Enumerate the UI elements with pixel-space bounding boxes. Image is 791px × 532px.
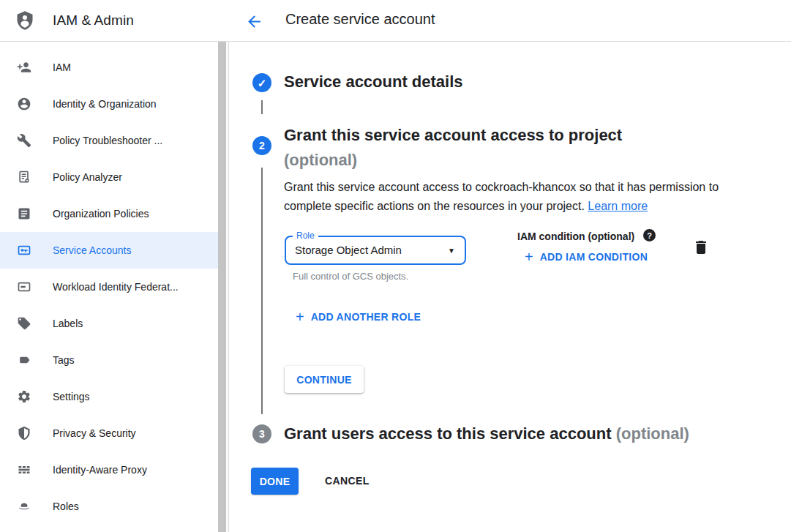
step1-title[interactable]: Service account details	[284, 72, 463, 91]
sidebar-item-organization-policies[interactable]: Organization Policies	[0, 195, 228, 232]
sidebar-item-label: Organization Policies	[53, 208, 149, 220]
step1-complete-icon: ✓	[252, 73, 271, 92]
page-title: Create service account	[285, 11, 435, 28]
article-icon	[17, 206, 31, 221]
sidebar-item-label: Policy Analyzer	[53, 171, 122, 183]
help-glyph: ?	[647, 231, 652, 240]
sidebar-item-service-accounts[interactable]: Service Accounts	[0, 232, 228, 269]
top-header: IAM & Admin Create service account	[0, 0, 791, 42]
add-iam-condition-label: ADD IAM CONDITION	[540, 251, 648, 263]
grant-access-description: Grant this service account access to coc…	[284, 178, 730, 216]
sidebar-scrollbar	[218, 42, 228, 532]
plus-icon: +	[525, 250, 533, 264]
delete-role-button[interactable]	[692, 239, 710, 256]
check-icon: ✓	[258, 78, 267, 89]
sidebar-item-label: Roles	[53, 501, 79, 512]
card-icon	[17, 280, 31, 294]
iam-admin-page: IAM & Admin Create service account IAM I…	[0, 0, 791, 532]
add-another-role-button[interactable]: + ADD ANOTHER ROLE	[296, 310, 421, 324]
back-button[interactable]	[243, 10, 265, 32]
step2-title[interactable]: Grant this service account access to pro…	[284, 123, 622, 173]
label-tag-icon	[17, 316, 31, 331]
sidebar-item-policy-troubleshooter[interactable]: Policy Troubleshooter ...	[0, 122, 228, 159]
sidebar-item-settings[interactable]: Settings	[0, 378, 228, 415]
sidebar-item-identity-organization[interactable]: Identity & Organization	[0, 86, 228, 122]
product-title: IAM & Admin	[53, 12, 134, 29]
add-iam-condition-button[interactable]: + ADD IAM CONDITION	[525, 250, 648, 264]
sidebar-item-label: Identity & Organization	[53, 98, 157, 110]
stepper-connector-1	[261, 100, 263, 114]
chevron-down-icon: ▼	[448, 247, 455, 255]
account-circle-icon	[17, 97, 31, 111]
tag-arrow-icon	[17, 353, 31, 367]
policy-analyzer-icon	[17, 170, 31, 184]
step3-title[interactable]: Grant users access to this service accou…	[284, 424, 689, 443]
plus-icon: +	[296, 310, 304, 324]
product-brand: IAM & Admin	[0, 0, 229, 41]
step2-optional-label: (optional)	[284, 148, 622, 173]
sidebar-item-workload-identity-federation[interactable]: Workload Identity Federat...	[0, 269, 228, 305]
sidebar-item-iam[interactable]: IAM	[0, 49, 228, 86]
step3-number: 3	[259, 428, 265, 440]
iam-condition-label: IAM condition (optional)	[517, 231, 634, 242]
step3-number-badge: 3	[252, 424, 271, 443]
hat-icon	[17, 499, 31, 514]
sidebar-item-label: Identity-Aware Proxy	[53, 464, 147, 476]
iam-shield-person-icon	[15, 9, 35, 32]
sidebar-item-label: Labels	[53, 318, 83, 329]
role-helper-text: Full control of GCS objects.	[293, 271, 408, 282]
sidebar-item-label: Tags	[53, 354, 75, 366]
sidebar-scrollbar-thumb[interactable]	[218, 42, 226, 532]
person-add-icon	[17, 60, 31, 75]
sidebar-item-tags[interactable]: Tags	[0, 342, 228, 378]
sidebar-item-roles[interactable]: Roles	[0, 488, 228, 525]
add-another-role-label: ADD ANOTHER ROLE	[311, 311, 421, 323]
sidebar-item-policy-analyzer[interactable]: Policy Analyzer	[0, 159, 228, 195]
continue-button[interactable]: CONTINUE	[285, 366, 364, 393]
shield-icon	[17, 426, 31, 441]
step3-optional-label: (optional)	[616, 424, 689, 443]
trash-icon	[692, 239, 710, 256]
sidebar-item-label: Service Accounts	[53, 244, 131, 256]
stepper-connector-2	[261, 168, 263, 414]
done-button[interactable]: DONE	[251, 468, 299, 495]
sidebar-item-labels[interactable]: Labels	[0, 305, 228, 342]
sidebar-nav: IAM Identity & Organization Policy Troub…	[0, 42, 229, 532]
sidebar-item-label: Privacy & Security	[53, 427, 136, 439]
step2-title-text: Grant this service account access to pro…	[284, 123, 622, 148]
proxy-grid-icon	[17, 462, 31, 477]
sidebar-item-label: Workload Identity Federat...	[53, 281, 179, 293]
sidebar-item-privacy-security[interactable]: Privacy & Security	[0, 415, 228, 452]
sidebar-item-label: IAM	[53, 61, 71, 73]
service-account-icon	[17, 243, 31, 258]
step3-title-text: Grant users access to this service accou…	[284, 424, 612, 443]
cancel-button[interactable]: CANCEL	[325, 475, 370, 487]
gear-icon	[17, 389, 31, 404]
role-select[interactable]: Role Storage Object Admin ▼	[285, 236, 466, 265]
sidebar-item-label: Settings	[53, 391, 90, 402]
step2-number: 2	[259, 140, 265, 151]
description-text: Grant this service account access to coc…	[284, 181, 719, 212]
step2-number-badge: 2	[252, 136, 271, 155]
learn-more-link[interactable]: Learn more	[588, 200, 648, 212]
role-select-value: Storage Object Admin	[295, 244, 402, 256]
wrench-icon	[17, 133, 31, 148]
help-icon[interactable]: ?	[643, 229, 656, 241]
role-select-label: Role	[293, 231, 318, 241]
sidebar-item-identity-aware-proxy[interactable]: Identity-Aware Proxy	[0, 452, 228, 488]
sidebar-item-label: Policy Troubleshooter ...	[53, 135, 162, 146]
